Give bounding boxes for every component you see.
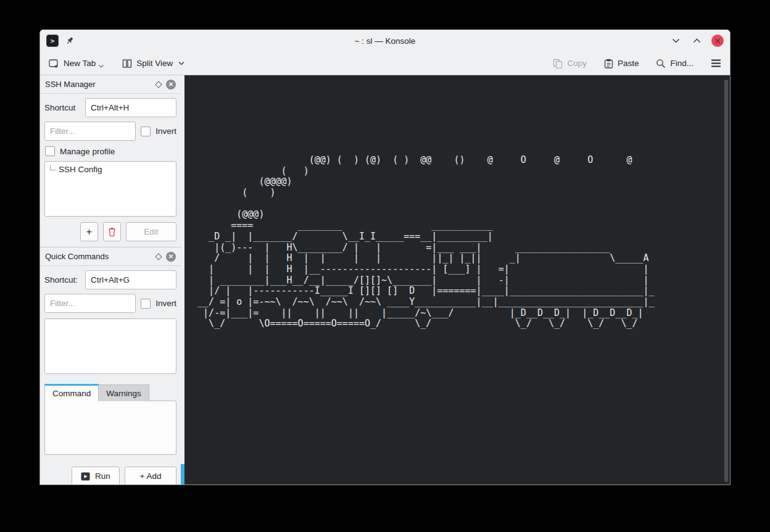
scrollbar-thumb[interactable] xyxy=(724,80,728,482)
paste-icon xyxy=(604,59,613,69)
chevron-down-icon xyxy=(178,61,184,65)
float-panel-icon[interactable] xyxy=(155,81,162,88)
copy-icon xyxy=(553,59,563,69)
konsole-icon: > xyxy=(46,35,59,47)
close-icon[interactable] xyxy=(711,35,724,47)
toolbar: New Tab Split View Copy xyxy=(40,52,730,75)
qc-invert-checkbox[interactable] xyxy=(141,299,151,309)
search-icon xyxy=(656,59,666,69)
invert-checkbox[interactable] xyxy=(141,127,151,136)
ssh-manager-header[interactable]: SSH Manager ✕ xyxy=(40,75,181,94)
paste-button[interactable]: Paste xyxy=(603,54,640,73)
maximize-icon[interactable] xyxy=(690,35,703,47)
window-title: ~ : sl — Konsole xyxy=(40,36,730,46)
menu-button[interactable] xyxy=(710,54,722,73)
shortcut-label: Shortcut xyxy=(44,103,75,112)
ssh-manager-panel: SSH Manager ✕ Shortcut Invert xyxy=(40,75,181,247)
edit-ssh-button: Edit xyxy=(126,222,176,241)
new-tab-button[interactable]: New Tab xyxy=(48,54,105,73)
command-editor[interactable] xyxy=(44,401,176,455)
copy-button: Copy xyxy=(552,54,588,73)
split-view-button[interactable]: Split View xyxy=(121,54,186,73)
add-command-button[interactable]: + Add xyxy=(125,467,176,484)
chevron-down-icon xyxy=(99,65,104,68)
ssh-manager-title: SSH Manager xyxy=(45,80,96,89)
manage-profile-checkbox[interactable] xyxy=(45,146,55,156)
close-panel-icon[interactable]: ✕ xyxy=(166,80,176,89)
new-tab-icon xyxy=(49,59,59,69)
titlebar[interactable]: > ~ : sl — Konsole xyxy=(40,30,730,52)
run-icon xyxy=(81,472,90,481)
tree-branch-icon xyxy=(50,165,56,170)
qc-shortcut-label: Shortcut: xyxy=(44,275,78,285)
delete-ssh-button[interactable] xyxy=(103,222,121,241)
terminal-output: (@@) ( ) (@) ( ) @@ () @ O @ O @ ( ) (@@… xyxy=(184,75,730,330)
split-view-label: Split View xyxy=(136,59,173,68)
find-button[interactable]: Find... xyxy=(655,54,695,73)
quick-commands-panel: Quick Commands ✕ Shortcut: Invert xyxy=(40,247,181,484)
hamburger-menu-icon xyxy=(711,59,721,67)
manage-profile-label: Manage profile xyxy=(60,147,115,156)
qc-invert-label: Invert xyxy=(155,299,176,308)
run-button[interactable]: Run xyxy=(72,467,120,484)
tab-warnings[interactable]: Warnings xyxy=(99,384,149,401)
ssh-config-tree[interactable]: SSH Config xyxy=(44,161,176,217)
sidebar: SSH Manager ✕ Shortcut Invert xyxy=(40,75,181,484)
find-label: Find... xyxy=(670,59,693,68)
qc-shortcut-field[interactable] xyxy=(85,270,176,289)
quick-commands-title: Quick Commands xyxy=(45,252,109,261)
float-panel-icon[interactable] xyxy=(155,253,162,260)
new-tab-label: New Tab xyxy=(64,59,96,68)
tree-item-ssh-config[interactable]: SSH Config xyxy=(49,165,172,174)
trash-icon xyxy=(108,227,116,236)
quick-commands-list[interactable] xyxy=(44,318,176,374)
paste-label: Paste xyxy=(618,59,639,68)
close-panel-icon[interactable]: ✕ xyxy=(166,252,176,262)
terminal-display[interactable]: (@@) ( ) (@) ( ) @@ () @ O @ O @ ( ) (@@… xyxy=(184,75,730,484)
quick-commands-header[interactable]: Quick Commands ✕ xyxy=(40,247,181,266)
invert-label: Invert xyxy=(155,127,176,136)
copy-label: Copy xyxy=(567,59,587,68)
ssh-filter-input[interactable] xyxy=(44,122,136,141)
ssh-shortcut-field[interactable] xyxy=(85,98,176,117)
add-ssh-button[interactable]: + xyxy=(80,222,98,241)
pin-icon[interactable] xyxy=(65,36,75,46)
minimize-icon[interactable] xyxy=(669,35,682,47)
split-view-icon xyxy=(122,59,132,69)
konsole-window: > ~ : sl — Konsole xyxy=(39,30,731,485)
tab-command[interactable]: Command xyxy=(44,384,99,401)
qc-filter-input[interactable] xyxy=(44,294,136,313)
